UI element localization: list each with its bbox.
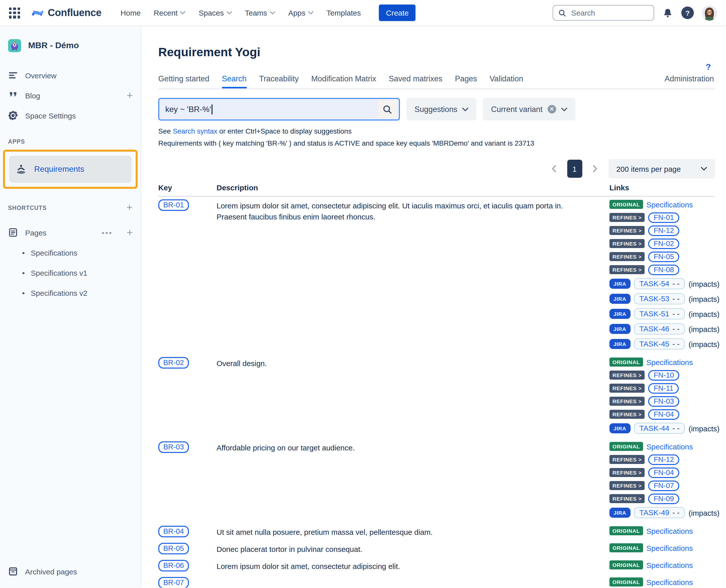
refined-requirement-badge[interactable]: FN-10 (648, 370, 680, 380)
tab-modification-matrix[interactable]: Modification Matrix (311, 74, 376, 88)
jira-issue-link[interactable]: TASK-54- - (634, 278, 685, 289)
tab-saved-matrixes[interactable]: Saved matrixes (389, 74, 442, 88)
space-header[interactable]: MBR - Démo (0, 39, 141, 52)
requirement-key-badge[interactable]: BR-04 (158, 526, 189, 537)
variant-dropdown[interactable]: Current variant ✕ (483, 98, 575, 121)
requirement-key-badge[interactable]: BR-02 (158, 357, 189, 369)
tab-search[interactable]: Search (222, 74, 246, 88)
topnav-item-home[interactable]: Home (121, 8, 141, 17)
refines-badge: REFINES > (609, 252, 645, 261)
requirement-search-input[interactable]: key ~ 'BR-%' (158, 98, 400, 121)
sidebar-item-space-settings[interactable]: Space Settings (0, 105, 141, 126)
topnav-item-apps[interactable]: Apps (288, 8, 313, 17)
sidebar-page-specifications-v1[interactable]: •Specifications v1 (0, 262, 141, 283)
requirement-key-badge[interactable]: BR-03 (158, 441, 189, 453)
tab-pages[interactable]: Pages (455, 74, 477, 88)
topnav-item-teams[interactable]: Teams (245, 8, 275, 17)
refined-requirement-badge[interactable]: FN-07 (648, 480, 680, 491)
jira-issue-key: TASK-54 (639, 279, 669, 288)
link-line-refines: REFINES >FN-07 (609, 480, 715, 491)
jira-issue-link[interactable]: TASK-44- - (634, 423, 685, 434)
table-header: Key Description Links (158, 183, 715, 197)
refined-requirement-badge[interactable]: FN-02 (648, 238, 680, 249)
search-syntax-link[interactable]: Search syntax (173, 127, 217, 135)
jira-issue-key: TASK-51 (639, 309, 669, 318)
requirement-yogi-help-icon[interactable]: ? (706, 62, 711, 72)
jira-issue-link[interactable]: TASK-45- - (634, 338, 685, 350)
run-search-button[interactable] (377, 100, 398, 119)
specifications-link[interactable]: Specifications (646, 578, 693, 586)
sidebar-page-specifications-v2[interactable]: •Specifications v2 (0, 283, 141, 303)
topnav-item-spaces[interactable]: Spaces (199, 8, 232, 17)
add-page-icon[interactable]: + (127, 227, 133, 238)
tab-administration[interactable]: Administration (665, 74, 714, 88)
items-per-page-select[interactable]: 200 items per page (608, 159, 715, 178)
brand-name: Confluence (48, 7, 101, 19)
refined-requirement-badge[interactable]: FN-11 (648, 383, 679, 394)
tab-getting-started[interactable]: Getting started (158, 74, 209, 88)
refined-requirement-badge[interactable]: FN-04 (648, 467, 680, 478)
current-page-button[interactable]: 1 (567, 160, 582, 178)
search-query-text: key ~ 'BR-%' (165, 105, 211, 114)
global-search-input[interactable] (570, 8, 649, 18)
specifications-link[interactable]: Specifications (646, 526, 693, 535)
specifications-link[interactable]: Specifications (646, 544, 693, 552)
link-line-refines: REFINES >FN-04 (609, 409, 715, 420)
link-line-refines: REFINES >FN-12 (609, 225, 715, 236)
prev-page-icon[interactable] (548, 161, 560, 176)
chevron-down-icon (226, 11, 232, 15)
refined-requirement-badge[interactable]: FN-04 (648, 409, 680, 420)
specifications-link[interactable]: Specifications (646, 200, 693, 209)
sidebar-item-pages[interactable]: Pages ••• + (0, 223, 141, 243)
sidebar-item-archived-pages[interactable]: Archived pages (0, 560, 141, 583)
next-page-icon[interactable] (589, 161, 601, 176)
topnav-item-recent[interactable]: Recent (154, 8, 186, 17)
clear-variant-icon[interactable]: ✕ (548, 105, 556, 113)
tab-traceability[interactable]: Traceability (259, 74, 299, 88)
refined-requirement-badge[interactable]: FN-01 (648, 212, 680, 223)
user-avatar[interactable] (702, 5, 717, 20)
requirement-key-badge[interactable]: BR-07 (158, 577, 189, 588)
pages-more-icon[interactable]: ••• (102, 228, 113, 237)
create-button[interactable]: Create (379, 4, 416, 21)
jira-issue-link[interactable]: TASK-51- - (634, 308, 685, 319)
topnav-item-templates[interactable]: Templates (327, 8, 361, 17)
space-avatar (8, 39, 21, 52)
help-icon[interactable]: ? (681, 6, 694, 19)
requirement-key-badge[interactable]: BR-05 (158, 543, 189, 554)
refined-requirement-badge[interactable]: FN-05 (648, 251, 680, 262)
link-line-original: ORIGINALSpecifications (609, 559, 715, 570)
confluence-app: Confluence HomeRecentSpacesTeamsAppsTemp… (0, 0, 726, 588)
refined-requirement-badge[interactable]: FN-12 (648, 454, 680, 465)
refined-requirement-badge[interactable]: FN-12 (648, 225, 680, 236)
refined-requirement-badge[interactable]: FN-08 (648, 265, 680, 275)
notifications-bell-icon[interactable] (662, 7, 673, 18)
confluence-logo[interactable]: Confluence (31, 6, 101, 19)
specifications-link[interactable]: Specifications (646, 442, 693, 451)
jira-issue-link[interactable]: TASK-49- - (634, 507, 685, 518)
suggestions-dropdown[interactable]: Suggestions (406, 98, 477, 121)
refined-requirement-badge[interactable]: FN-09 (648, 493, 680, 504)
specifications-link[interactable]: Specifications (646, 358, 693, 366)
tab-validation[interactable]: Validation (490, 74, 523, 88)
sidebar-item-blog[interactable]: Blog + (0, 85, 141, 105)
sidebar-page-specifications[interactable]: •Specifications (0, 243, 141, 262)
app-switcher-icon[interactable] (9, 7, 20, 18)
requirement-search-row: key ~ 'BR-%' Suggestions Current variant… (158, 98, 715, 121)
link-line-jira: JIRATASK-51- -(impacts) (609, 307, 715, 320)
global-search[interactable] (553, 5, 654, 21)
jira-issue-link[interactable]: TASK-46- - (634, 323, 685, 334)
sidebar-item-overview[interactable]: Overview (0, 65, 141, 85)
add-blog-icon[interactable]: + (127, 90, 133, 101)
requirement-key-badge[interactable]: BR-01 (158, 200, 189, 211)
refined-requirement-badge[interactable]: FN-03 (648, 396, 680, 406)
specifications-link[interactable]: Specifications (646, 561, 693, 569)
apps-section-header: APPS (0, 139, 141, 145)
table-row: BR-01Lorem ipsum dolor sit amet, consect… (158, 197, 715, 355)
add-shortcut-icon[interactable]: + (126, 202, 133, 213)
link-line-refines: REFINES >FN-04 (609, 467, 715, 478)
original-badge: ORIGINAL (609, 358, 643, 366)
requirement-key-badge[interactable]: BR-06 (158, 560, 189, 571)
jira-issue-link[interactable]: TASK-53- - (634, 293, 685, 304)
sidebar-item-requirements[interactable]: Requirements (9, 156, 132, 183)
